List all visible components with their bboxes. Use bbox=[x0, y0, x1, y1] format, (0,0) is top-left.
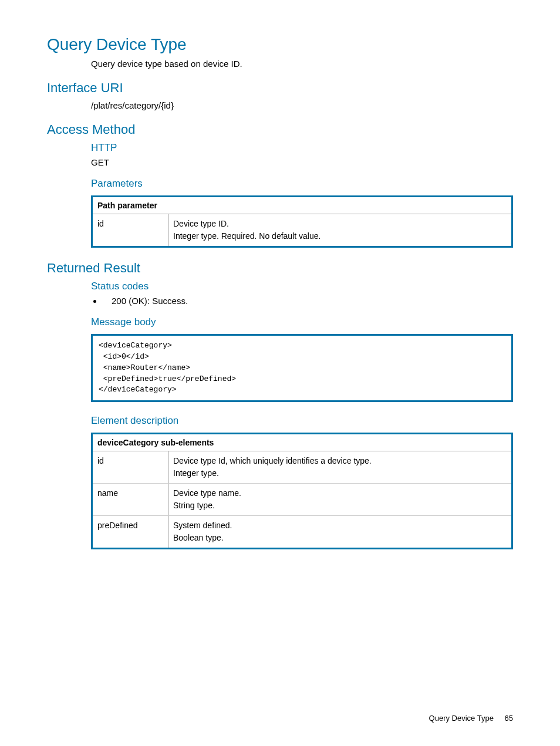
page-title: Query Device Type bbox=[47, 35, 513, 54]
parameters-table: Path parameter id Device type ID. Intege… bbox=[91, 195, 513, 248]
elem-desc-line2: Integer type. bbox=[173, 468, 219, 478]
access-method-heading: Access Method bbox=[47, 122, 513, 137]
http-heading: HTTP bbox=[91, 142, 513, 154]
interface-uri-heading: Interface URI bbox=[47, 80, 513, 96]
message-body-heading: Message body bbox=[91, 316, 513, 328]
message-body-code: <deviceCategory> <id>0</id> <name>Router… bbox=[91, 334, 513, 402]
footer-label: Query Device Type bbox=[429, 714, 494, 723]
parameters-heading: Parameters bbox=[91, 178, 513, 190]
parameters-table-header: Path parameter bbox=[92, 197, 512, 214]
element-description-heading: Element description bbox=[91, 415, 513, 427]
elem-desc-line1: System defined. bbox=[173, 521, 232, 530]
table-row: id Device type ID. Integer type. Require… bbox=[92, 214, 512, 247]
param-desc-line2: Integer type. Required. No default value… bbox=[173, 231, 321, 241]
elem-desc: Device type Id, which uniquely identifie… bbox=[168, 451, 512, 484]
status-codes-heading: Status codes bbox=[91, 281, 513, 292]
intro-text: Query device type based on device ID. bbox=[91, 59, 513, 69]
elem-desc-line1: Device type name. bbox=[173, 488, 241, 498]
footer: Query Device Type 65 bbox=[429, 714, 513, 723]
param-desc: Device type ID. Integer type. Required. … bbox=[168, 214, 512, 247]
returned-result-heading: Returned Result bbox=[47, 261, 513, 276]
elem-desc: System defined. Boolean type. bbox=[168, 516, 512, 549]
elem-desc: Device type name. String type. bbox=[168, 484, 512, 516]
elem-desc-line2: Boolean type. bbox=[173, 533, 224, 542]
table-row: id Device type Id, which uniquely identi… bbox=[92, 451, 512, 484]
elem-name: preDefined bbox=[92, 516, 168, 549]
param-desc-line1: Device type ID. bbox=[173, 219, 229, 228]
element-description-table: deviceCategory sub-elements id Device ty… bbox=[91, 433, 513, 549]
elem-name: id bbox=[92, 451, 168, 484]
interface-uri-value: /plat/res/category/{id} bbox=[91, 100, 513, 110]
param-name: id bbox=[92, 214, 168, 247]
table-row: preDefined System defined. Boolean type. bbox=[92, 516, 512, 549]
footer-page: 65 bbox=[505, 714, 513, 723]
list-item: 200 (OK): Success. bbox=[103, 296, 513, 306]
elem-desc-line2: String type. bbox=[173, 501, 215, 510]
http-method: GET bbox=[91, 157, 513, 167]
elem-desc-line1: Device type Id, which uniquely identifie… bbox=[173, 456, 372, 465]
elem-name: name bbox=[92, 484, 168, 516]
element-table-header: deviceCategory sub-elements bbox=[92, 434, 512, 451]
status-codes-list: 200 (OK): Success. bbox=[103, 296, 513, 306]
table-row: name Device type name. String type. bbox=[92, 484, 512, 516]
